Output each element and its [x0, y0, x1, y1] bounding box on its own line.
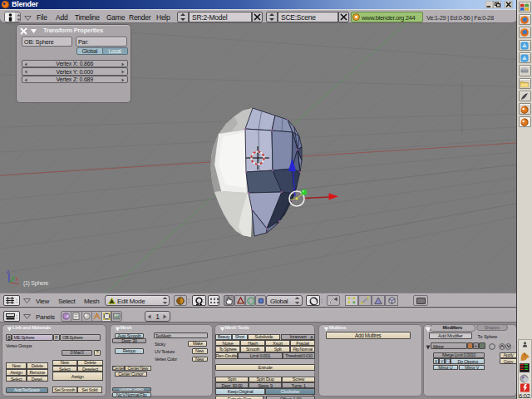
svg-text:x: x — [16, 276, 19, 282]
svg-text:z: z — [7, 269, 9, 274]
